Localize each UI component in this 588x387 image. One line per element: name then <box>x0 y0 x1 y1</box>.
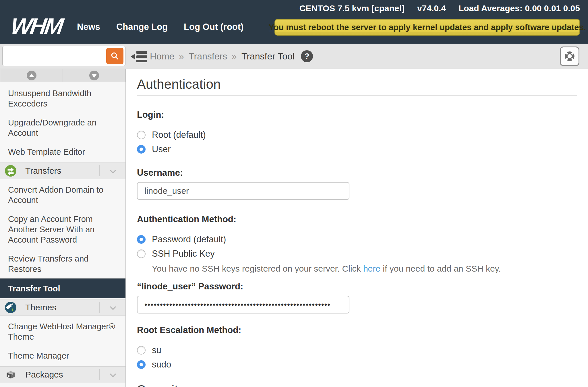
radio-row-password[interactable]: Password (default) <box>137 234 226 245</box>
lifebuoy-icon <box>563 50 576 63</box>
radio-label: Password (default) <box>152 234 226 245</box>
radio-root-default[interactable] <box>137 131 146 139</box>
sidebar-item-unsuspend-bandwidth-exceeders[interactable]: Unsuspend Bandwidth Exceeders <box>0 84 125 113</box>
sidebar-list: Unsuspend Bandwidth Exceeders Upgrade/Do… <box>0 84 125 387</box>
scroll-down-button[interactable] <box>63 69 125 82</box>
radio-row-sudo[interactable]: sudo <box>137 359 171 370</box>
scroll-up-button[interactable] <box>0 69 63 82</box>
auth-method-radio-group: Password (default) SSH Public Key You ha… <box>137 234 577 274</box>
radio-label: Root (default) <box>152 130 206 140</box>
username-input[interactable] <box>137 182 349 200</box>
search-button[interactable] <box>106 48 123 64</box>
help-icon[interactable]: ? <box>301 50 313 62</box>
sidebar-section-transfers[interactable]: Transfers <box>0 162 125 179</box>
radio-label: SSH Public Key <box>152 249 215 259</box>
nav-change-log[interactable]: Change Log <box>116 22 168 32</box>
system-os: CENTOS 7.5 kvm [cpanel] <box>299 3 405 13</box>
themes-icon <box>5 301 17 314</box>
breadcrumb-separator: » <box>179 51 184 62</box>
nav-log-out[interactable]: Log Out (root) <box>184 22 243 32</box>
sidebar-item-convert-addon-domain-to-account[interactable]: Convert Addon Domain to Account <box>0 180 125 210</box>
top-nav: News Change Log Log Out (root) <box>77 22 243 32</box>
chevron-down-icon[interactable] <box>110 371 116 377</box>
password-input[interactable] <box>137 296 349 314</box>
breadcrumb-transfers[interactable]: Transfers <box>189 51 227 62</box>
sidebar-item-review-transfers-and-restores[interactable]: Review Transfers and Restores <box>0 249 125 278</box>
radio-password-default[interactable] <box>137 235 146 244</box>
system-load: Load Averages: 0.00 0.01 0.05 <box>459 3 580 13</box>
radio-row-user[interactable]: User <box>137 144 171 154</box>
radio-sudo[interactable] <box>137 360 146 369</box>
radio-row-root-default[interactable]: Root (default) <box>137 130 206 140</box>
main-content: Authentication Login: Root (default) Use… <box>126 69 588 387</box>
radio-ssh-public-key[interactable] <box>137 249 146 258</box>
breadcrumb-separator: » <box>232 51 237 62</box>
reboot-alert-banner[interactable]: You must reboot the server to apply kern… <box>274 19 580 36</box>
breadcrumb-current: Transfer Tool <box>241 51 295 62</box>
sidebar-item-transfer-tool[interactable]: Transfer Tool <box>0 278 125 298</box>
radio-user[interactable] <box>137 145 146 154</box>
sidebar-item-theme-manager[interactable]: Theme Manager <box>0 346 125 365</box>
scroll-down-icon <box>89 71 99 80</box>
whm-logo[interactable]: WHM <box>9 15 63 37</box>
radio-label: su <box>152 345 161 355</box>
radio-row-su[interactable]: su <box>137 345 161 355</box>
chevron-down-icon[interactable] <box>110 167 116 173</box>
toolbar: Home » Transfers » Transfer Tool ? <box>0 44 588 69</box>
radio-su[interactable] <box>137 346 146 355</box>
sidebar: Unsuspend Bandwidth Exceeders Upgrade/Do… <box>0 69 126 387</box>
search-box <box>2 46 125 66</box>
sidebar-item-web-template-editor[interactable]: Web Template Editor <box>0 142 125 161</box>
escalation-radio-group: su sudo <box>137 345 577 370</box>
sidebar-item-upgrade-downgrade-an-account[interactable]: Upgrade/Downgrade an Account <box>0 113 125 142</box>
authentication-heading: Authentication <box>137 77 577 96</box>
sidebar-item-change-webhost-manager-theme[interactable]: Change WebHost Manager® Theme <box>0 317 125 346</box>
collapse-sidebar-icon[interactable] <box>131 50 147 64</box>
radio-label: User <box>152 144 171 154</box>
section-divider <box>99 369 100 380</box>
root-escalation-label: Root Escalation Method: <box>137 325 577 335</box>
radio-label: sudo <box>152 359 171 370</box>
reboot-alert-text: You must reboot the server to apply kern… <box>269 23 586 32</box>
auth-method-label: Authentication Method: <box>137 214 577 225</box>
section-divider <box>99 165 100 176</box>
breadcrumb-home[interactable]: Home <box>150 51 174 62</box>
system-version: v74.0.4 <box>417 3 446 13</box>
username-label: Username: <box>137 168 577 178</box>
chevron-down-icon[interactable] <box>110 304 116 310</box>
packages-icon <box>5 369 17 381</box>
login-radio-group: Root (default) User <box>137 130 577 154</box>
login-label: Login: <box>137 110 577 120</box>
security-heading: Security <box>137 382 577 387</box>
password-label: “linode_user” Password: <box>137 281 577 292</box>
section-divider <box>99 302 100 313</box>
nav-news[interactable]: News <box>77 22 100 32</box>
sidebar-item-copy-an-account-from-another-server-with-an-account-password[interactable]: Copy an Account From Another Server With… <box>0 210 125 249</box>
top-header: WHM News Change Log Log Out (root) CENTO… <box>0 0 588 44</box>
ssh-key-here-link[interactable]: here <box>363 264 380 273</box>
system-info: CENTOS 7.5 kvm [cpanel] v74.0.4 Load Ave… <box>299 3 580 13</box>
sidebar-item-add-a-package[interactable]: Add a Package <box>0 384 125 387</box>
ssh-key-note: You have no SSH keys registered on your … <box>152 263 577 274</box>
sidebar-scroll-controls <box>0 69 125 82</box>
sidebar-section-themes[interactable]: Themes <box>0 299 125 316</box>
transfers-icon <box>5 165 17 177</box>
breadcrumb: Home » Transfers » Transfer Tool ? <box>150 44 313 69</box>
scroll-up-icon <box>27 71 36 80</box>
search-input[interactable] <box>3 46 103 66</box>
sidebar-section-packages[interactable]: Packages <box>0 366 125 383</box>
radio-row-ssh-key[interactable]: SSH Public Key <box>137 249 215 259</box>
support-button[interactable] <box>560 47 579 66</box>
search-icon <box>110 51 119 61</box>
